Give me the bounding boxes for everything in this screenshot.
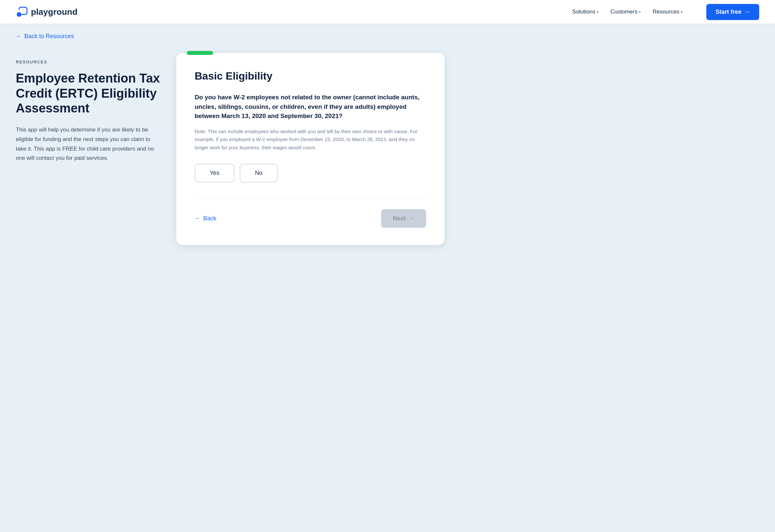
solutions-chevron-icon: ▾ [597, 10, 599, 14]
page-description: This app will help you determine if you … [16, 125, 160, 163]
answer-no-button[interactable]: No [240, 164, 277, 182]
nav-logo[interactable]: playground [16, 6, 78, 18]
card-footer-nav: ← Back Next → [195, 198, 426, 228]
next-label: Next [393, 215, 406, 222]
logo-icon [16, 6, 28, 18]
logo-text: playground [31, 7, 78, 17]
nav-links: Solutions ▾ Customers ▾ Resources ▾ Star… [573, 4, 759, 20]
left-panel: RESOURCES Employee Retention Tax Credit … [16, 53, 160, 163]
card-note: Note: This can include employees who wor… [195, 127, 426, 152]
card-back-label: Back [203, 215, 216, 222]
main-content: RESOURCES Employee Retention Tax Credit … [0, 44, 460, 265]
card-question: Do you have W-2 employees not related to… [195, 93, 426, 121]
card-back-link[interactable]: ← Back [195, 215, 216, 222]
resources-chevron-icon: ▾ [681, 10, 683, 14]
back-to-resources-link[interactable]: ← Back to Resources [16, 33, 74, 40]
card-section-title: Basic Eligibility [195, 70, 426, 82]
navbar: playground Solutions ▾ Customers ▾ Resou… [0, 0, 775, 24]
page-title: Employee Retention Tax Credit (ERTC) Eli… [16, 71, 160, 116]
back-arrow-icon: ← [16, 33, 22, 40]
resources-label: RESOURCES [16, 59, 160, 64]
next-button[interactable]: Next → [381, 209, 426, 228]
answer-yes-button[interactable]: Yes [195, 164, 234, 182]
eligibility-card: Basic Eligibility Do you have W-2 employ… [176, 53, 445, 245]
nav-customers[interactable]: Customers ▾ [611, 9, 641, 15]
right-panel: Basic Eligibility Do you have W-2 employ… [176, 53, 445, 245]
next-arrow-icon: → [409, 215, 414, 222]
card-body: Basic Eligibility Do you have W-2 employ… [176, 53, 445, 245]
start-free-arrow-icon: → [744, 9, 750, 15]
progress-bar [187, 51, 213, 55]
nav-solutions[interactable]: Solutions ▾ [573, 9, 599, 15]
card-back-arrow-icon: ← [195, 215, 200, 222]
answer-buttons: Yes No [195, 164, 426, 182]
back-to-resources-label: Back to Resources [24, 33, 74, 40]
start-free-button[interactable]: Start free → [706, 4, 759, 20]
svg-point-0 [17, 12, 21, 17]
nav-resources[interactable]: Resources ▾ [653, 9, 683, 15]
back-section: ← Back to Resources [0, 24, 775, 44]
customers-chevron-icon: ▾ [639, 10, 641, 14]
